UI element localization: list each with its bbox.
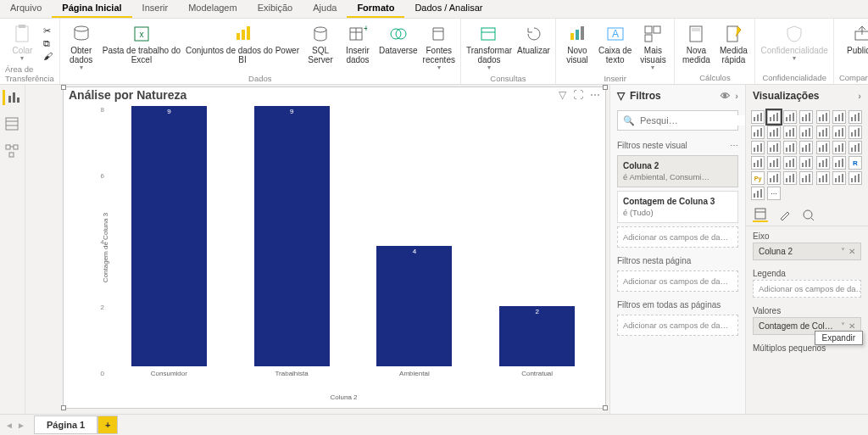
- more-visuals-button[interactable]: Mais visuais▾: [637, 20, 669, 72]
- vis-gallery: RPy⋯: [746, 107, 868, 204]
- prev-page-icon[interactable]: ◄: [5, 421, 14, 430]
- sql-server-button[interactable]: SQL Server: [304, 20, 337, 64]
- tab-modelagem[interactable]: Modelagem: [178, 0, 247, 18]
- vis-type-powerapps[interactable]: [751, 187, 765, 200]
- chevron-down-icon[interactable]: ˅: [841, 321, 845, 331]
- vis-type-arcgis[interactable]: [849, 171, 862, 185]
- paste-button[interactable]: Colar▾: [6, 20, 38, 63]
- tab-inserir[interactable]: Inserir: [132, 0, 179, 18]
- vis-type-kpi[interactable]: [783, 156, 797, 170]
- vis-type-py-visual[interactable]: Py: [751, 171, 765, 185]
- vis-type-paginated[interactable]: [832, 171, 846, 185]
- vis-type-smart-narrative[interactable]: [816, 171, 830, 185]
- tab-ajuda[interactable]: Ajuda: [303, 0, 347, 18]
- vis-type-line[interactable]: [849, 110, 862, 124]
- vis-type-map[interactable]: [816, 141, 830, 154]
- pbi-datasets-button[interactable]: Conjuntos de dados do Power BI: [186, 20, 299, 64]
- cut-icon[interactable]: ✂: [43, 25, 53, 36]
- vis-type-ribbon[interactable]: [816, 125, 830, 139]
- format-tab-icon[interactable]: [776, 207, 792, 222]
- legend-field-well[interactable]: Adicionar os campos de da…: [753, 280, 861, 298]
- vis-type-funnel[interactable]: [849, 125, 862, 139]
- new-visual-button[interactable]: Novo visual: [561, 20, 593, 64]
- vis-type-stacked-column-100[interactable]: [832, 110, 846, 124]
- vis-type-line-clustered[interactable]: [783, 125, 797, 139]
- axis-field-well[interactable]: Coluna 2 ˅✕: [753, 243, 861, 260]
- model-view-icon[interactable]: [5, 144, 20, 159]
- next-page-icon[interactable]: ►: [17, 421, 25, 430]
- vis-type-filled-map[interactable]: [832, 141, 846, 154]
- svg-rect-102: [754, 163, 755, 167]
- format-painter-icon[interactable]: 🖌: [43, 51, 53, 61]
- enter-data-button[interactable]: +Inserir dados: [342, 20, 374, 64]
- vis-type-donut[interactable]: [783, 141, 797, 154]
- dataverse-button[interactable]: Dataverse: [379, 20, 418, 55]
- vis-type-r-visual[interactable]: R: [849, 156, 862, 170]
- fields-tab-icon[interactable]: [753, 207, 768, 222]
- report-canvas[interactable]: Análise por Natureza ▽ ⛶ ⋯ Contagem de C…: [25, 85, 609, 414]
- vis-type-multi-card[interactable]: [767, 156, 781, 170]
- quick-measure-button[interactable]: Medida rápida: [717, 20, 749, 64]
- vis-type-matrix[interactable]: [832, 156, 846, 170]
- more-options-icon[interactable]: ⋯: [590, 89, 600, 101]
- vis-type-decomposition[interactable]: [783, 171, 797, 185]
- remove-icon[interactable]: ✕: [849, 247, 855, 256]
- vis-type-stacked-bar-100[interactable]: [816, 110, 830, 124]
- transform-data-button[interactable]: Transformar dados▾: [466, 20, 512, 72]
- filter-card-contagem[interactable]: Contagem de Coluna 3 é (Tudo): [617, 191, 738, 223]
- refresh-button[interactable]: Atualizar: [517, 20, 550, 55]
- vis-type-qa[interactable]: [799, 171, 813, 185]
- publish-button[interactable]: Publicar: [846, 20, 868, 55]
- vis-type-card[interactable]: [751, 156, 765, 170]
- filter-drop-all[interactable]: Adicionar os campos de da…: [617, 315, 738, 336]
- tab-arquivo[interactable]: Arquivo: [0, 0, 52, 18]
- chevron-down-icon[interactable]: ˅: [841, 247, 845, 256]
- excel-workbook-button[interactable]: xPasta de trabalho do Excel: [103, 20, 181, 64]
- vis-type-stacked-area[interactable]: [767, 125, 781, 139]
- tab-pagina-inicial[interactable]: Página Inicial: [52, 0, 131, 18]
- vis-type-stacked-column[interactable]: [783, 110, 797, 124]
- tab-exibicao[interactable]: Exibição: [248, 0, 303, 18]
- search-input[interactable]: [640, 115, 757, 125]
- vis-type-clustered-bar[interactable]: [767, 110, 781, 124]
- svg-rect-106: [773, 160, 775, 167]
- vis-collapse-icon[interactable]: ›: [858, 91, 861, 101]
- vis-type-pie[interactable]: [767, 141, 781, 154]
- vis-type-treemap[interactable]: [799, 141, 813, 154]
- data-view-icon[interactable]: [5, 117, 20, 132]
- filter-icon[interactable]: ▽: [559, 89, 566, 101]
- vis-type-slicer[interactable]: [799, 156, 813, 170]
- tab-formato[interactable]: Formato: [347, 0, 404, 18]
- recent-sources-button[interactable]: Fontes recentes▾: [423, 20, 455, 72]
- vis-type-stacked-bar[interactable]: [751, 110, 765, 124]
- add-page-button[interactable]: +: [97, 415, 118, 434]
- collapse-icon[interactable]: ›: [735, 91, 738, 101]
- analytics-tab-icon[interactable]: [800, 207, 815, 222]
- report-view-icon[interactable]: [3, 90, 18, 105]
- filter-drop-page[interactable]: Adicionar os campos de da…: [617, 270, 738, 292]
- sensitivity-button[interactable]: Confidencialidade▾: [760, 20, 828, 63]
- get-data-button[interactable]: Obter dados▾: [65, 20, 97, 72]
- filter-drop-visual[interactable]: Adicionar os campos de da…: [617, 226, 738, 248]
- tab-dados-analisar[interactable]: Dados / Analisar: [404, 0, 492, 18]
- copy-icon[interactable]: ⧉: [43, 38, 53, 49]
- filter-card-coluna2[interactable]: Coluna 2 é Ambiental, Consumi…: [617, 155, 738, 187]
- text-box-button[interactable]: ACaixa de texto: [598, 20, 632, 64]
- vis-type-line-stacked[interactable]: [799, 125, 813, 139]
- section-menu-icon[interactable]: ⋯: [730, 141, 738, 150]
- vis-type-waterfall[interactable]: [832, 125, 846, 139]
- remove-icon[interactable]: ✕: [849, 321, 855, 331]
- vis-type-area[interactable]: [751, 125, 765, 139]
- bar-chart-visual[interactable]: Análise por Natureza ▽ ⛶ ⋯ Contagem de C…: [63, 86, 606, 409]
- focus-mode-icon[interactable]: ⛶: [573, 89, 583, 101]
- vis-type-table[interactable]: [816, 156, 830, 170]
- vis-type-clustered-column[interactable]: [799, 110, 813, 124]
- vis-type-gauge[interactable]: [849, 141, 862, 154]
- eye-icon[interactable]: 👁: [721, 91, 730, 101]
- new-measure-button[interactable]: Nova medida: [680, 20, 712, 64]
- vis-type-key-influencers[interactable]: [767, 171, 781, 185]
- vis-type-more[interactable]: ⋯: [767, 187, 781, 200]
- vis-type-scatter[interactable]: [751, 141, 765, 154]
- page-tab-1[interactable]: Página 1: [34, 415, 97, 434]
- filters-search[interactable]: 🔍: [617, 110, 738, 131]
